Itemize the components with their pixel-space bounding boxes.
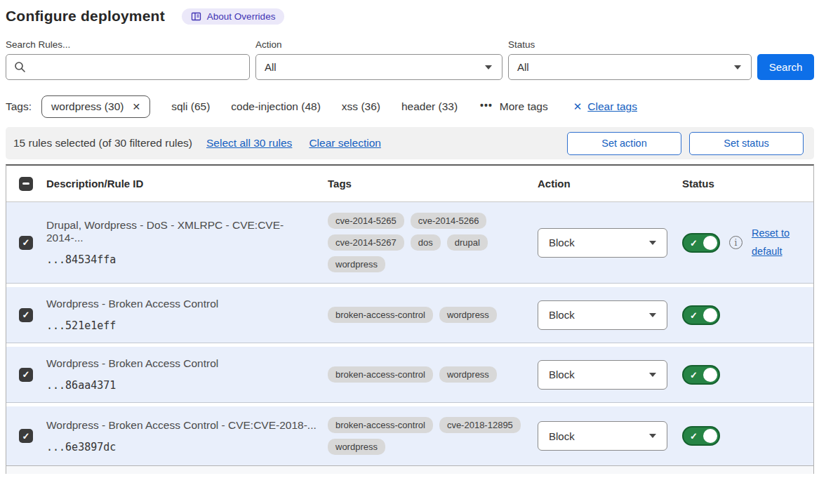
- action-value: Block: [549, 309, 575, 321]
- action-select[interactable]: Block: [538, 228, 667, 258]
- row-checkbox[interactable]: ✓: [19, 308, 33, 322]
- check-icon: ✓: [22, 310, 30, 319]
- clear-selection-link[interactable]: Clear selection: [309, 137, 381, 150]
- close-icon: ✕: [573, 100, 582, 113]
- action-select[interactable]: Block: [538, 360, 667, 390]
- tag-option[interactable]: sqli (65): [171, 100, 210, 112]
- row-tags: cve-2014-5265cve-2014-5266cve-2014-5267d…: [328, 213, 524, 272]
- remove-tag-icon[interactable]: ✕: [132, 101, 140, 112]
- rule-description: Wordpress - Broken Access Control - CVE:…: [46, 419, 319, 432]
- tag-option[interactable]: header (33): [401, 100, 458, 112]
- action-filter-value: All: [265, 61, 277, 73]
- select-all-checkbox[interactable]: [19, 177, 33, 191]
- row-checkbox[interactable]: ✓: [19, 236, 33, 250]
- tag-option[interactable]: code-injection (48): [231, 100, 321, 112]
- status-filter-value: All: [517, 61, 529, 73]
- info-icon[interactable]: i: [729, 236, 743, 249]
- status-toggle[interactable]: ✓: [682, 426, 720, 446]
- tag-chip: wordpress: [328, 256, 385, 272]
- chevron-down-icon: [649, 434, 656, 438]
- book-icon: [191, 11, 201, 22]
- row-checkbox[interactable]: ✓: [19, 368, 33, 382]
- check-icon: ✓: [690, 431, 698, 442]
- action-filter-select[interactable]: All: [255, 54, 502, 80]
- tag-chip: wordpress: [439, 366, 497, 383]
- indeterminate-icon: [22, 183, 29, 185]
- search-rules-input[interactable]: [6, 54, 250, 80]
- tag-chip: cve-2014-5265: [328, 213, 404, 229]
- tag-chip: broken-access-control: [328, 417, 433, 433]
- rule-id: ...86aa4371: [46, 379, 319, 392]
- clear-tags-link[interactable]: ✕ Clear tags: [573, 100, 637, 113]
- selected-tag-label: wordpress (30): [51, 100, 124, 113]
- search-button[interactable]: Search: [757, 54, 814, 80]
- tag-chip: cve-2018-12895: [439, 417, 521, 433]
- toggle-knob: [703, 236, 717, 250]
- status-toggle[interactable]: ✓: [682, 305, 720, 325]
- check-icon: ✓: [690, 310, 698, 321]
- check-icon: ✓: [690, 238, 698, 248]
- chevron-down-icon: [649, 241, 656, 245]
- toggle-knob: [703, 368, 717, 382]
- tag-chip: broken-access-control: [328, 307, 433, 323]
- table-body: ✓ Drupal, Wordpress - DoS - XMLRPC - CVE…: [6, 202, 813, 465]
- selection-summary: 15 rules selected (of 30 filtered rules): [13, 137, 192, 150]
- tag-chip: wordpress: [439, 307, 497, 323]
- reset-to-default-link[interactable]: Reset to default: [752, 225, 798, 260]
- check-icon: ✓: [22, 432, 30, 441]
- tag-chip: wordpress: [328, 439, 385, 455]
- status-filter-label: Status: [508, 39, 752, 50]
- action-select[interactable]: Block: [538, 300, 667, 330]
- set-action-button[interactable]: Set action: [567, 132, 681, 155]
- page-header: Configure deployment About Overrides: [6, 0, 814, 25]
- clear-tags-label: Clear tags: [587, 100, 637, 113]
- page-title: Configure deployment: [6, 8, 165, 25]
- column-header-status: Status: [682, 178, 813, 190]
- toggle-knob: [703, 429, 717, 443]
- check-icon: ✓: [22, 238, 30, 247]
- tag-options: sqli (65)code-injection (48)xss (36)head…: [150, 100, 458, 113]
- rule-description: Drupal, Wordpress - DoS - XMLRPC - CVE:C…: [46, 219, 319, 244]
- row-checkbox[interactable]: ✓: [19, 429, 33, 443]
- table-next-row-clipped: [6, 465, 813, 474]
- tags-label: Tags:: [6, 100, 32, 113]
- check-icon: ✓: [22, 370, 30, 379]
- rule-id: ...84534ffa: [46, 253, 319, 266]
- row-tags: broken-access-controlcve-2018-12895wordp…: [328, 417, 524, 455]
- chevron-down-icon: [485, 65, 492, 69]
- action-value: Block: [549, 369, 575, 380]
- more-tags-button[interactable]: ••• More tags: [480, 100, 548, 113]
- column-header-description: Description/Rule ID: [46, 178, 328, 190]
- chevron-down-icon: [649, 373, 656, 377]
- set-status-button[interactable]: Set status: [689, 132, 804, 155]
- tag-chip: broken-access-control: [328, 366, 433, 383]
- rule-description: Wordpress - Broken Access Control: [46, 357, 319, 370]
- rule-id: ...521e1eff: [46, 319, 319, 332]
- rule-description: Wordpress - Broken Access Control: [46, 298, 319, 310]
- search-rules-label: Search Rules...: [6, 39, 250, 50]
- status-toggle[interactable]: ✓: [682, 365, 720, 385]
- status-toggle[interactable]: ✓: [682, 233, 720, 253]
- ellipsis-icon: •••: [480, 100, 493, 111]
- filters-row: Search Rules... Action All Status All: [6, 39, 814, 80]
- action-filter-label: Action: [255, 39, 502, 50]
- selected-tag-wordpress[interactable]: wordpress (30) ✕: [41, 95, 150, 118]
- table-row: ✓ Wordpress - Broken Access Control ...8…: [6, 347, 813, 402]
- row-tags: broken-access-controlwordpress: [328, 366, 524, 383]
- rules-table: Description/Rule ID Tags Action Status ✓…: [6, 164, 814, 474]
- about-overrides-badge[interactable]: About Overrides: [182, 8, 285, 25]
- rule-id: ...6e3897dc: [46, 441, 319, 453]
- action-select[interactable]: Block: [538, 421, 667, 451]
- tag-chip: cve-2014-5267: [328, 234, 404, 251]
- check-icon: ✓: [690, 370, 698, 380]
- select-all-link[interactable]: Select all 30 rules: [206, 137, 292, 150]
- tags-bar: Tags: wordpress (30) ✕ sqli (65)code-inj…: [6, 95, 814, 118]
- about-overrides-label: About Overrides: [207, 11, 276, 22]
- configure-deployment-page: Configure deployment About Overrides Sea…: [0, 0, 819, 504]
- status-filter-select[interactable]: All: [508, 54, 752, 80]
- tag-option[interactable]: xss (36): [342, 100, 380, 112]
- column-header-action: Action: [538, 178, 682, 190]
- column-header-tags: Tags: [328, 178, 538, 190]
- chevron-down-icon: [649, 313, 656, 317]
- selection-bar: 15 rules selected (of 30 filtered rules)…: [6, 127, 814, 159]
